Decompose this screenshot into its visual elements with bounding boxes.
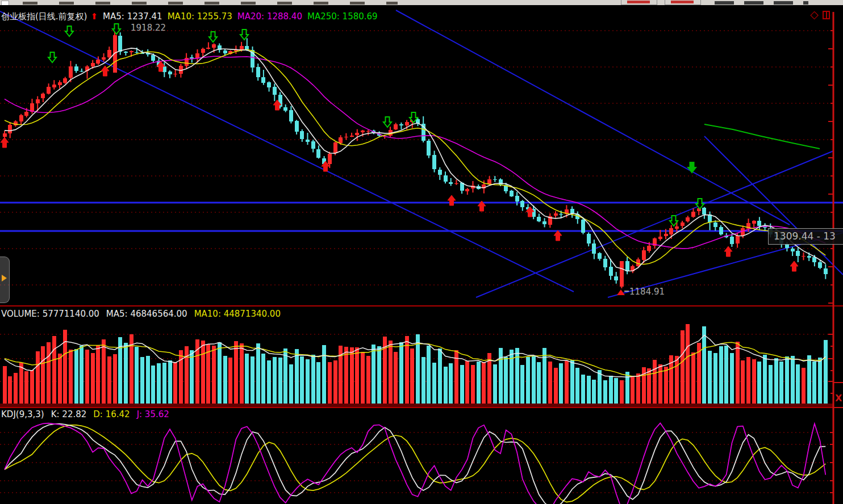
- low-price-label: 1184.91: [629, 287, 665, 297]
- kdj-header: KDJ(9,3,3)K: 22.82D: 16.42J: 35.62: [1, 409, 176, 419]
- instrument-title: 创业板指(日线.前复权): [1, 11, 87, 22]
- volume-readout: VOLUME: 57771140.00: [1, 309, 99, 319]
- kdj-label: KDJ(9,3,3): [1, 409, 44, 419]
- volume-ma5-readout: MA5: 46846564.00: [106, 309, 187, 319]
- signal-up-arrow-icon: ⬆: [90, 11, 98, 22]
- ma20-readout: MA20: 1288.40: [237, 11, 302, 22]
- volume-ma10-readout: MA10: 44871340.00: [194, 309, 281, 319]
- ma10-readout: MA10: 1255.73: [168, 11, 232, 22]
- volume-header: VOLUME: 57771140.00MA5: 46846564.00MA10:…: [1, 309, 287, 319]
- sidebar-drawer-handle[interactable]: [0, 257, 10, 303]
- kdj-k-readout: K: 22.82: [51, 409, 87, 419]
- trendline-value-tooltip: 1309.44 - 13: [768, 228, 843, 245]
- main-chart-header: 创业板指(日线.前复权)⬆MA5: 1237.41MA10: 1255.73MA…: [1, 11, 383, 21]
- drawer-expand-arrow-icon: [2, 275, 7, 282]
- ma250-readout: MA250: 1580.69: [307, 11, 378, 22]
- kdj-j-readout: J: 35.62: [137, 409, 169, 419]
- diamond-window-icon[interactable]: ◇: [810, 9, 819, 20]
- window-panes-icon[interactable]: [823, 11, 831, 19]
- peak-price-label: 1918.22: [131, 23, 166, 33]
- kdj-d-readout: D: 16.42: [93, 409, 130, 419]
- trading-terminal: { "colors": { "up": "#ff2a2a", "down": "…: [0, 0, 843, 504]
- ma5-readout: MA5: 1237.41: [103, 11, 162, 22]
- chart-canvas[interactable]: [0, 0, 843, 504]
- axis-close-button[interactable]: X: [835, 393, 842, 404]
